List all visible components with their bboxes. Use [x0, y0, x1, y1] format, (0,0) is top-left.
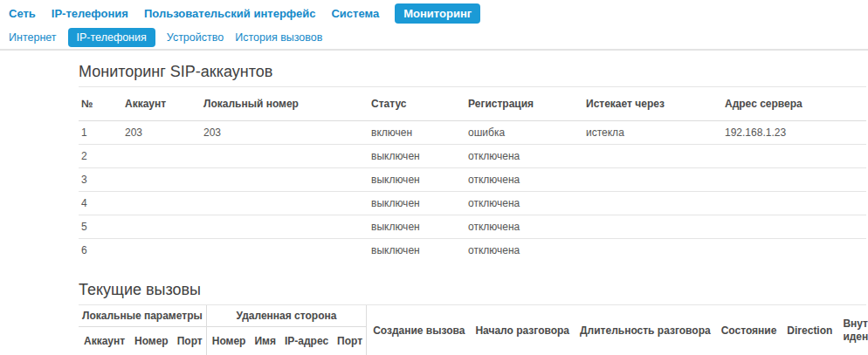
cell-expires: истекла	[583, 121, 722, 145]
main-content: Мониторинг SIP-аккаунтов № Аккаунт Локал…	[79, 63, 866, 355]
current-calls-table: Локальные параметры Удаленная сторона Со…	[79, 305, 868, 355]
sip-account-row: 6выключенотключена	[79, 239, 866, 263]
cell-local-number	[201, 239, 369, 263]
current-calls-section: Текущие вызовы Локальные параметры Удале…	[79, 281, 866, 355]
cell-number: 2	[79, 145, 122, 168]
cell-registration: отключена	[465, 168, 583, 192]
group-header-local-params: Локальные параметры	[79, 305, 206, 327]
col-header-internal-id: Внутренний идентификатор	[837, 305, 868, 355]
sip-monitoring-section: Мониторинг SIP-аккаунтов № Аккаунт Локал…	[79, 63, 866, 262]
current-calls-title: Текущие вызовы	[79, 281, 866, 305]
col-header-status: Статус	[369, 87, 465, 121]
sip-accounts-table-header: № Аккаунт Локальный номер Статус Регистр…	[79, 87, 866, 121]
cell-server-address: 192.168.1.23	[722, 121, 866, 145]
col-header-local-account: Аккаунт	[79, 327, 129, 355]
cell-server-address	[722, 239, 866, 263]
col-header-local-number: Локальный номер	[201, 87, 369, 121]
cell-account	[122, 145, 201, 168]
cell-status: выключен	[369, 239, 465, 263]
cell-number: 5	[79, 215, 122, 239]
nav-divider	[0, 49, 868, 51]
cell-expires	[583, 215, 722, 239]
cell-server-address	[722, 215, 866, 239]
col-header-call-created: Создание вызова	[367, 305, 470, 355]
cell-registration: отключена	[465, 192, 583, 215]
cell-status: выключен	[369, 192, 465, 215]
cell-status: выключен	[369, 168, 465, 192]
cell-local-number	[201, 192, 369, 215]
cell-registration: отключена	[465, 145, 583, 168]
col-header-remote-ip: IP-адрес	[279, 327, 332, 355]
cell-expires	[583, 239, 722, 263]
col-header-state: Состояние	[715, 305, 782, 355]
cell-registration: отключена	[465, 215, 583, 239]
cell-expires	[583, 145, 722, 168]
cell-status: включен	[369, 121, 465, 145]
sip-accounts-table-body: 1203203включеношибкаистекла192.168.1.232…	[79, 121, 866, 263]
cell-local-number	[201, 168, 369, 192]
col-header-talk-start: Начало разговора	[469, 305, 574, 355]
sip-account-row: 4выключенотключена	[79, 192, 866, 215]
col-header-local-port: Порт	[172, 327, 207, 355]
top-nav-item-network[interactable]: Сеть	[9, 3, 36, 24]
top-nav-item-system[interactable]: Система	[331, 3, 379, 24]
cell-account: 203	[122, 121, 201, 145]
cell-account	[122, 168, 201, 192]
top-nav-item-monitoring[interactable]: Мониторинг	[395, 3, 480, 24]
col-header-expires: Истекает через	[583, 87, 722, 121]
col-header-local-number: Номер	[129, 327, 172, 355]
cell-local-number: 203	[201, 121, 369, 145]
col-header-remote-port: Порт	[332, 327, 367, 355]
cell-number: 6	[79, 239, 122, 263]
col-header-talk-duration: Длительность разговора	[574, 305, 715, 355]
sub-nav-item-internet[interactable]: Интернет	[9, 28, 57, 47]
col-header-account: Аккаунт	[122, 87, 201, 121]
cell-registration: отключена	[465, 239, 583, 263]
cell-local-number	[201, 215, 369, 239]
sip-account-row: 1203203включеношибкаистекла192.168.1.23	[79, 121, 866, 145]
sub-nav-item-ip-telephony[interactable]: IP-телефония	[68, 28, 155, 47]
cell-server-address	[722, 168, 866, 192]
sip-accounts-table: № Аккаунт Локальный номер Статус Регистр…	[79, 87, 866, 262]
sub-nav-item-call-history[interactable]: История вызовов	[235, 28, 322, 47]
col-header-registration: Регистрация	[465, 87, 583, 121]
sip-account-row: 2выключенотключена	[79, 145, 866, 168]
col-header-server-address: Адрес сервера	[722, 87, 866, 121]
col-header-number: №	[79, 87, 122, 121]
cell-number: 3	[79, 168, 122, 192]
primary-nav: СетьIP-телефонияПользовательский интерфе…	[0, 0, 868, 26]
cell-account	[122, 239, 201, 263]
top-nav-item-user-interface[interactable]: Пользовательский интерфейс	[144, 3, 316, 24]
cell-server-address	[722, 145, 866, 168]
sip-account-row: 3выключенотключена	[79, 168, 866, 192]
cell-status: выключен	[369, 145, 465, 168]
top-nav-item-ip-telephony[interactable]: IP-телефония	[52, 3, 128, 24]
col-header-remote-name: Имя	[249, 327, 279, 355]
cell-server-address	[722, 192, 866, 215]
cell-number: 1	[79, 121, 122, 145]
sip-monitoring-title: Мониторинг SIP-аккаунтов	[79, 63, 866, 87]
cell-number: 4	[79, 192, 122, 215]
cell-registration: ошибка	[465, 121, 583, 145]
col-header-direction: Direction	[781, 305, 837, 355]
sub-nav-item-device[interactable]: Устройство	[167, 28, 224, 47]
group-header-remote-party: Удаленная сторона	[206, 305, 366, 327]
cell-expires	[583, 192, 722, 215]
col-header-remote-number: Номер	[206, 327, 249, 355]
cell-account	[122, 192, 201, 215]
secondary-nav: ИнтернетIP-телефонияУстройствоИстория вы…	[0, 26, 868, 49]
sip-account-row: 5выключенотключена	[79, 215, 866, 239]
cell-account	[122, 215, 201, 239]
cell-status: выключен	[369, 215, 465, 239]
cell-local-number	[201, 145, 369, 168]
current-calls-table-header: Локальные параметры Удаленная сторона Со…	[79, 305, 868, 355]
cell-expires	[583, 168, 722, 192]
